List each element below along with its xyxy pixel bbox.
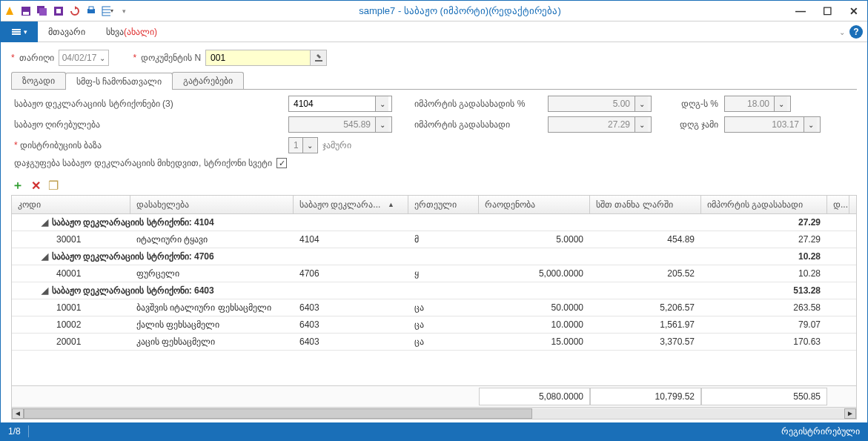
tab-transactions[interactable]: გატარებები <box>172 72 244 89</box>
date-label: თარიღი <box>19 53 54 63</box>
window-title: sample7 - საბაჟო (იმპორტი)(რედაქტირება) <box>130 5 790 16</box>
column-vat[interactable]: დ... <box>827 196 849 213</box>
scroll-left-icon[interactable]: ◄ <box>12 408 24 419</box>
column-decl[interactable]: საბაჟო დეკლარა...▲ <box>294 196 408 213</box>
status-registered: რეგისტრირებული <box>781 426 860 437</box>
window-controls: — ☐ ✕ <box>790 4 864 19</box>
group-row[interactable]: ◢საბაჟო დეკლარაციის სტრიქონი: 6403513.28 <box>12 282 856 299</box>
sort-asc-icon: ▲ <box>388 201 394 208</box>
minimize-button[interactable]: — <box>790 4 811 19</box>
svg-rect-13 <box>12 33 21 35</box>
dist-base-label: * დისტრიბუციის ბაზა <box>14 140 288 150</box>
table-row[interactable]: 20001კაცის ფეხსაცმელი6403ცა15.00003,370.… <box>12 334 856 351</box>
column-qty[interactable]: რაოდენობა <box>479 196 590 213</box>
tab-general[interactable]: ზოგადი <box>11 72 66 89</box>
table-row[interactable]: 10002ქალის ფეხსაცმელი6403ცა10.00001,561.… <box>12 316 856 334</box>
ribbon-tab-other[interactable]: სხვა(ახალი) <box>96 21 168 42</box>
svg-rect-12 <box>12 31 21 33</box>
vat-sum-input <box>725 117 804 132</box>
ribbon-tab-other-new: (ახალი) <box>124 27 157 37</box>
vat-sum-field[interactable]: ⌄ <box>724 116 821 133</box>
docnum-label: დოკუმენტის N <box>141 53 201 63</box>
horizontal-scrollbar[interactable]: ◄ ► <box>12 407 856 419</box>
import-tax-pct-field[interactable]: ⌄ <box>548 96 652 112</box>
form-area: საბაჟო დეკლარაციის სტრიქონები (3) ⌄ იმპო… <box>11 90 857 176</box>
total-qty: 5,080.0000 <box>479 388 590 405</box>
dist-base-unit: ჯამური <box>322 140 351 150</box>
svg-rect-11 <box>12 29 21 30</box>
svg-rect-8 <box>102 7 110 16</box>
date-value: 04/02/17 <box>62 53 97 63</box>
close-button[interactable]: ✕ <box>844 4 864 19</box>
grid-options-icon[interactable]: ▾ <box>102 5 113 17</box>
total-amount: 10,799.52 <box>590 388 701 405</box>
ribbon-tab-main[interactable]: მთავარი <box>38 21 96 42</box>
status-page: 1/8 <box>8 426 21 437</box>
save-all-icon[interactable] <box>36 5 48 17</box>
import-tax-pct-label: იმპორტის გადასახადის % <box>414 99 548 109</box>
column-tax[interactable]: იმპორტის გადასახადი <box>701 196 827 213</box>
dropdown-icon[interactable]: ⌄ <box>635 96 648 111</box>
delete-row-icon[interactable]: ✕ <box>29 179 42 192</box>
column-name[interactable]: დასახელება <box>130 196 294 213</box>
declaration-lines-select[interactable]: ⌄ <box>288 96 392 112</box>
ribbon-file-tab[interactable]: ▾ <box>1 21 38 42</box>
document-header: * თარიღი 04/02/17 ⌄ * დოკუმენტის N <box>11 50 857 66</box>
date-dropdown-icon[interactable]: ⌄ <box>99 54 105 62</box>
vat-pct-input <box>725 96 774 111</box>
table-row[interactable]: 10001ბავშვის იტალიური ფეხსაცმელი6403ცა50… <box>12 299 856 316</box>
date-picker[interactable]: 04/02/17 ⌄ <box>59 50 110 66</box>
import-tax-input <box>549 117 635 132</box>
save-close-icon[interactable] <box>53 5 64 17</box>
group-checkbox[interactable]: ✓ <box>276 158 287 168</box>
vat-sum-label: დღგ ჯამი <box>666 119 718 130</box>
group-row[interactable]: ◢საბაჟო დეკლარაციის სტრიქონი: 470610.28 <box>12 248 856 265</box>
column-code[interactable]: კოდი <box>12 196 130 213</box>
dropdown-icon[interactable]: ⌄ <box>302 138 316 153</box>
tab-smf[interactable]: სმფ-ს ჩამონათვალი <box>65 73 173 90</box>
scroll-right-icon[interactable]: ► <box>844 408 856 419</box>
vat-pct-field[interactable]: ⌄ <box>724 96 791 112</box>
refresh-icon[interactable] <box>69 5 81 17</box>
add-row-icon[interactable]: ＋ <box>11 179 24 192</box>
svg-rect-14 <box>315 60 322 62</box>
declaration-lines-input[interactable] <box>289 96 375 111</box>
docnum-input[interactable] <box>206 50 310 65</box>
column-unit[interactable]: ერთეული <box>408 196 479 213</box>
grid-footer: 5,080.0000 10,799.52 550.85 <box>12 385 856 407</box>
column-amount[interactable]: სშთ თანხა ლარში <box>590 196 701 213</box>
dropdown-icon[interactable]: ⌄ <box>774 96 787 111</box>
maximize-button[interactable]: ☐ <box>817 4 838 19</box>
dist-base-input <box>289 138 302 153</box>
customs-value-input <box>289 117 375 132</box>
svg-rect-3 <box>39 8 47 16</box>
group-row[interactable]: ◢საბაჟო დეკლარაციის სტრიქონი: 410427.29 <box>12 214 856 231</box>
copy-row-icon[interactable]: ❐ <box>47 179 60 192</box>
dist-base-field[interactable]: ⌄ <box>288 137 318 153</box>
save-icon[interactable] <box>20 5 32 17</box>
docnum-lookup-button[interactable] <box>310 50 326 65</box>
required-marker: * <box>11 53 15 63</box>
scroll-track[interactable] <box>24 408 844 419</box>
scroll-thumb[interactable] <box>24 408 532 419</box>
ribbon: ▾ მთავარი სხვა(ახალი) ⌄ ? <box>1 21 867 42</box>
customs-value-field[interactable]: ⌄ <box>288 116 392 133</box>
dropdown-icon[interactable]: ⌄ <box>635 117 648 132</box>
customs-value-label: საბაჟო ღირებულება <box>14 119 288 130</box>
table-row[interactable]: 40001ფურცელი4706ყ5,000.0000205.5210.28 <box>12 265 856 282</box>
svg-rect-7 <box>89 7 93 10</box>
help-icon[interactable]: ? <box>849 25 863 39</box>
qat-more-icon[interactable]: ▾ <box>118 5 130 17</box>
dropdown-icon[interactable]: ⌄ <box>375 96 388 111</box>
import-tax-pct-input <box>549 96 635 111</box>
ribbon-tab-other-label: სხვა <box>106 27 124 37</box>
print-icon[interactable] <box>85 5 97 17</box>
ribbon-collapse-icon[interactable]: ⌄ <box>839 28 845 36</box>
content-area: * თარიღი 04/02/17 ⌄ * დოკუმენტის N ზოგად… <box>1 42 867 422</box>
import-tax-field[interactable]: ⌄ <box>548 116 652 133</box>
svg-rect-1 <box>23 12 29 15</box>
dropdown-icon[interactable]: ⌄ <box>375 117 388 132</box>
docnum-field <box>205 50 327 66</box>
dropdown-icon[interactable]: ⌄ <box>804 117 817 132</box>
table-row[interactable]: 30001იტალიური ტყავი4104მ5.0000454.8927.2… <box>12 231 856 248</box>
